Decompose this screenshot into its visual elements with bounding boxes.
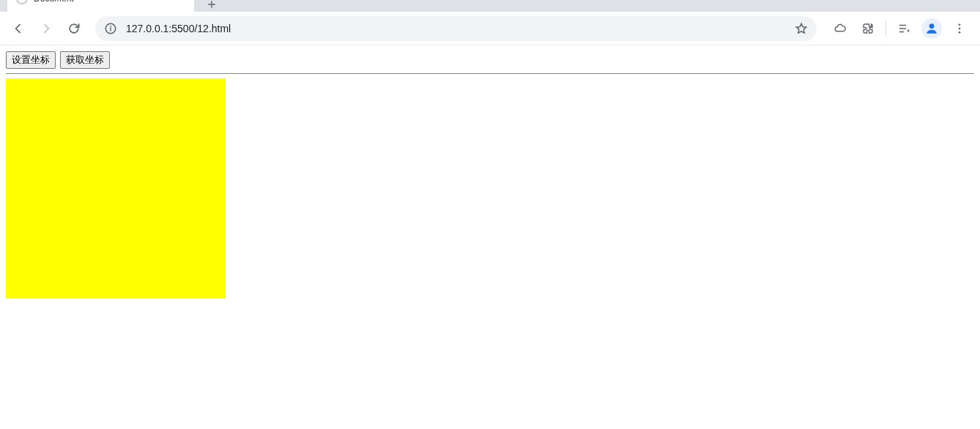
- tab-loading-spinner-icon: [16, 0, 28, 4]
- get-coord-button[interactable]: 获取坐标: [60, 51, 110, 69]
- browser-toolbar: 127.0.0.1:5500/12.html: [0, 12, 980, 45]
- svg-point-6: [959, 31, 961, 33]
- site-info-icon[interactable]: [104, 22, 117, 35]
- forward-button[interactable]: [34, 16, 59, 41]
- toolbar-right: [825, 18, 974, 39]
- button-row: 设置坐标 获取坐标: [6, 51, 974, 69]
- browser-tab-active[interactable]: Document: [7, 0, 194, 12]
- tab-title: Document: [34, 0, 74, 4]
- yellow-box: [6, 78, 226, 298]
- toolbar-divider: [886, 21, 886, 36]
- browser-tab-strip: Document: [0, 0, 980, 12]
- reading-list-icon[interactable]: [894, 18, 914, 39]
- reload-button[interactable]: [62, 16, 86, 41]
- horizontal-rule: [6, 73, 974, 74]
- chrome-menu-icon[interactable]: [949, 18, 970, 39]
- svg-point-3: [929, 23, 935, 29]
- bookmark-star-icon[interactable]: [795, 22, 808, 35]
- new-tab-button[interactable]: [201, 0, 222, 15]
- profile-avatar[interactable]: [921, 18, 942, 39]
- svg-point-4: [959, 23, 961, 26]
- svg-point-5: [959, 27, 961, 29]
- page-content: 设置坐标 获取坐标: [0, 45, 980, 304]
- address-bar[interactable]: 127.0.0.1:5500/12.html: [95, 16, 817, 41]
- extensions-puzzle-icon[interactable]: [858, 18, 878, 39]
- back-button[interactable]: [6, 16, 31, 41]
- url-text: 127.0.0.1:5500/12.html: [126, 23, 786, 34]
- set-coord-button[interactable]: 设置坐标: [6, 51, 56, 69]
- extension-cloud-icon[interactable]: [830, 18, 850, 39]
